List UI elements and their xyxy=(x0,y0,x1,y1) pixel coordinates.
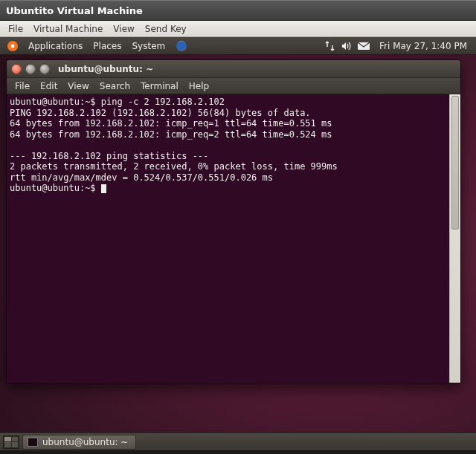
sound-icon[interactable] xyxy=(341,41,353,51)
vm-menu-view[interactable]: View xyxy=(108,22,139,36)
vm-statusbar xyxy=(0,450,476,454)
menu-applications[interactable]: Applications xyxy=(24,39,87,53)
cursor xyxy=(101,184,106,193)
taskbar-item-label: ubuntu@ubuntu: ~ xyxy=(42,437,128,447)
vm-title: Ubuntito Virtual Machine xyxy=(6,5,143,16)
vm-window: Ubuntito Virtual Machine File Virtual Ma… xyxy=(0,0,476,454)
taskbar-item-terminal[interactable]: ubuntu@ubuntu: ~ xyxy=(22,435,136,450)
ubuntu-logo-icon[interactable] xyxy=(3,39,22,53)
terminal-menubar: File Edit View Search Terminal Help xyxy=(7,78,460,94)
menu-system[interactable]: System xyxy=(127,39,170,53)
svg-point-0 xyxy=(176,41,187,51)
vm-titlebar[interactable]: Ubuntito Virtual Machine xyxy=(0,0,476,21)
term-menu-terminal[interactable]: Terminal xyxy=(135,80,184,93)
scrollbar-thumb[interactable] xyxy=(451,96,459,230)
terminal-output[interactable]: ubuntu@ubuntu:~$ ping -c 2 192.168.2.102… xyxy=(7,94,449,383)
term-menu-file[interactable]: File xyxy=(10,80,35,93)
clock[interactable]: Fri May 27, 1:40 PM xyxy=(375,39,469,53)
terminal-titlebar[interactable]: ubuntu@ubuntu: ~ xyxy=(7,60,460,78)
minimize-icon[interactable] xyxy=(25,64,36,74)
gnome-bottom-panel: ubuntu@ubuntu: ~ xyxy=(0,432,476,450)
term-menu-edit[interactable]: Edit xyxy=(35,80,62,93)
term-menu-view[interactable]: View xyxy=(62,80,94,93)
vm-menu-sendkey[interactable]: Send Key xyxy=(140,22,192,36)
network-icon[interactable] xyxy=(324,41,336,51)
guest-desktop: Applications Places System Fri May 27, xyxy=(0,37,476,450)
vm-menu-file[interactable]: File xyxy=(3,22,28,36)
mail-icon[interactable] xyxy=(357,42,370,51)
maximize-icon[interactable] xyxy=(39,64,50,74)
term-menu-help[interactable]: Help xyxy=(184,80,214,93)
term-menu-search[interactable]: Search xyxy=(94,80,135,93)
terminal-icon xyxy=(28,438,38,447)
vm-menubar: File Virtual Machine View Send Key xyxy=(0,21,476,37)
workspace-switcher[interactable] xyxy=(3,435,19,449)
terminal-window: ubuntu@ubuntu: ~ File Edit View Search T… xyxy=(6,59,461,383)
menu-places[interactable]: Places xyxy=(89,39,126,53)
terminal-scrollbar[interactable] xyxy=(449,94,460,383)
terminal-title: ubuntu@ubuntu: ~ xyxy=(58,64,153,74)
vm-menu-virtualmachine[interactable]: Virtual Machine xyxy=(28,22,108,36)
close-icon[interactable] xyxy=(11,64,22,74)
gnome-top-panel: Applications Places System Fri May 27, xyxy=(0,37,476,55)
firefox-launcher-icon[interactable] xyxy=(171,39,192,53)
